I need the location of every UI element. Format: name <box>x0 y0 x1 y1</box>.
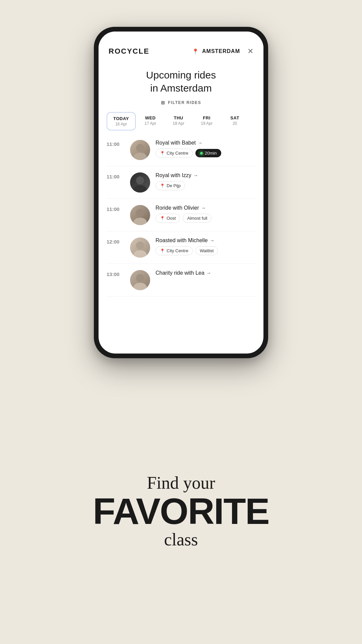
pin-icon: 📍 <box>160 151 165 156</box>
ride-info: Charity ride with Lea → <box>156 270 255 279</box>
svg-point-5 <box>133 218 147 225</box>
app-screen: ROCYCLE 📍 AMSTERDAM ✕ Upcoming rides in … <box>99 32 263 354</box>
find-your-text: Find your <box>147 473 215 493</box>
ride-item[interactable]: 11:00 Royal with Izzy → <box>107 166 255 199</box>
avatar <box>130 205 150 225</box>
ride-item[interactable]: 11:00 Roride with Olivier → <box>107 199 255 231</box>
tab-today[interactable]: TODAY 16 Apr <box>107 112 136 130</box>
status-tag: Waitlist <box>195 246 218 255</box>
ride-name: Roasted with Michelle → <box>156 237 255 244</box>
filter-icon: ⊞ <box>161 100 166 105</box>
svg-point-4 <box>136 209 144 217</box>
arrow-icon: → <box>201 205 206 211</box>
pin-icon: 📍 <box>160 216 165 221</box>
rides-list: 11:00 Royal with Babet → <box>99 134 263 354</box>
location-pin-icon: 📍 <box>192 48 199 55</box>
location-tag: 📍 Oost <box>156 214 180 223</box>
arrow-icon: → <box>193 173 198 178</box>
svg-point-8 <box>136 274 144 282</box>
ride-time: 13:00 <box>107 270 125 277</box>
app-header: ROCYCLE 📍 AMSTERDAM ✕ <box>99 44 263 59</box>
location-tag: 📍 De Pijp <box>156 181 185 190</box>
ride-time: 11:00 <box>107 172 125 179</box>
live-dot <box>200 152 203 155</box>
ride-item[interactable]: 13:00 Charity ride with Lea → <box>107 264 255 297</box>
ride-info: Royal with Babet → 📍 City Centre 20min <box>156 140 255 158</box>
class-text: class <box>164 530 198 549</box>
filter-button[interactable]: ⊞ FILTER RIDES <box>161 100 201 105</box>
location-tag: 📍 City Centre <box>156 149 193 158</box>
arrow-icon: → <box>210 238 215 243</box>
arrow-icon: → <box>198 140 202 146</box>
ride-tags: 📍 De Pijp <box>156 181 255 190</box>
notch <box>99 32 263 44</box>
avatar <box>130 140 150 160</box>
page-title: Upcoming rides in Amsterdam <box>99 59 263 100</box>
ride-info: Royal with Izzy → 📍 De Pijp <box>156 172 255 190</box>
ride-name: Royal with Babet → <box>156 140 255 146</box>
filter-label: FILTER RIDES <box>168 100 201 105</box>
city-label: AMSTERDAM <box>202 48 240 54</box>
ride-name: Roride with Olivier → <box>156 205 255 211</box>
pin-icon: 📍 <box>160 249 165 253</box>
live-status-tag: 20min <box>195 149 221 157</box>
svg-point-2 <box>136 176 144 184</box>
ride-info: Roride with Olivier → 📍 Oost Almost full <box>156 205 255 223</box>
phone-mockup: ROCYCLE 📍 AMSTERDAM ✕ Upcoming rides in … <box>94 27 268 358</box>
avatar <box>130 172 150 193</box>
day-tabs: TODAY 16 Apr WED 17 Apr THU 18 Apr FRI 1… <box>99 112 263 130</box>
ride-name: Royal with Izzy → <box>156 172 255 178</box>
ride-item[interactable]: 12:00 Roasted with Michelle → <box>107 231 255 264</box>
ride-item[interactable]: 11:00 Royal with Babet → <box>107 134 255 166</box>
avatar <box>130 270 150 290</box>
ride-time: 11:00 <box>107 205 125 212</box>
close-button[interactable]: ✕ <box>247 47 253 56</box>
svg-point-1 <box>133 153 147 160</box>
arrow-icon: → <box>206 270 211 276</box>
ride-tags: 📍 Oost Almost full <box>156 214 255 223</box>
svg-point-7 <box>133 250 147 258</box>
svg-point-0 <box>136 144 144 152</box>
bottom-section: Find your FAVORITE class <box>93 358 269 644</box>
location-tag: 📍 City Centre <box>156 246 193 255</box>
tab-sat[interactable]: SAT 20 <box>222 112 248 130</box>
ride-time: 11:00 <box>107 140 125 147</box>
svg-point-6 <box>136 241 144 250</box>
svg-point-9 <box>133 283 147 290</box>
tab-fri[interactable]: FRI 19 Apr <box>193 112 220 130</box>
tab-thu[interactable]: THU 18 Apr <box>165 112 192 130</box>
pin-icon: 📍 <box>160 183 165 188</box>
ride-info: Roasted with Michelle → 📍 City Centre Wa… <box>156 237 255 255</box>
app-logo: ROCYCLE <box>109 47 149 56</box>
ride-tags: 📍 City Centre 20min <box>156 149 255 158</box>
avatar <box>130 237 150 258</box>
ride-name: Charity ride with Lea → <box>156 270 255 276</box>
status-tag: Almost full <box>183 214 212 223</box>
svg-point-3 <box>133 185 147 193</box>
ride-time: 12:00 <box>107 237 125 245</box>
favorite-text: FAVORITE <box>93 493 269 530</box>
tab-wed[interactable]: WED 17 Apr <box>137 112 164 130</box>
ride-tags: 📍 City Centre Waitlist <box>156 246 255 255</box>
